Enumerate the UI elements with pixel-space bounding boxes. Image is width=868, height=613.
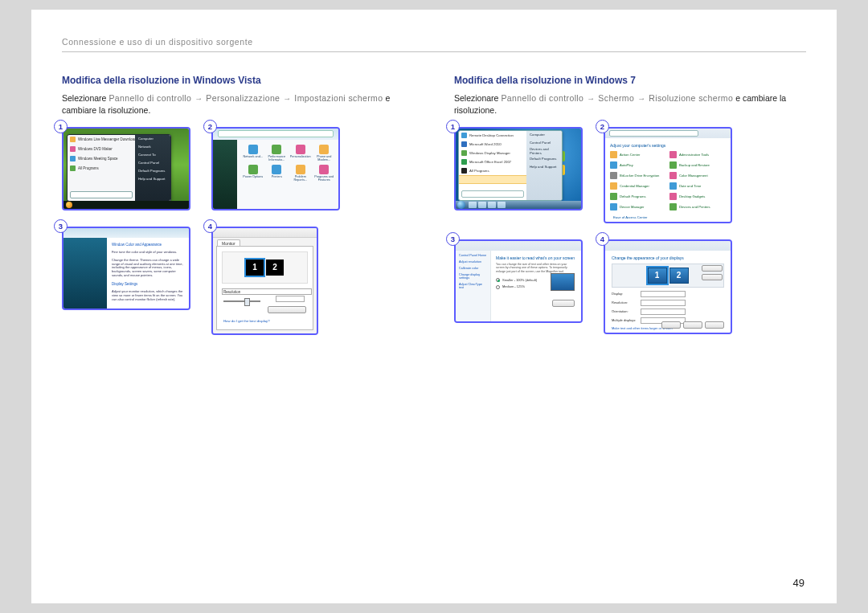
monitor-2[interactable]: 2 bbox=[669, 268, 689, 284]
combobox[interactable] bbox=[641, 291, 686, 297]
screenshot-image: Adjust your computer's settings Action C… bbox=[604, 127, 732, 223]
combobox[interactable] bbox=[641, 300, 686, 306]
setting-row: Resolution: bbox=[612, 300, 724, 306]
start-search-input[interactable] bbox=[461, 190, 524, 198]
screenshot-win7-1: 1 ComputerControl PanelDevices and Print… bbox=[454, 127, 583, 223]
taskbar-pin[interactable] bbox=[497, 202, 506, 208]
cp-item[interactable]: Personalization bbox=[289, 145, 312, 161]
sidebar-link[interactable]: Control Panel Home bbox=[459, 254, 487, 257]
step-badge: 3 bbox=[54, 219, 68, 233]
cp-item[interactable]: Programs and Features bbox=[313, 165, 336, 182]
cp-item[interactable]: Credential Manager bbox=[610, 182, 666, 190]
resolution-slider[interactable] bbox=[223, 300, 260, 302]
sidebar bbox=[213, 140, 237, 209]
screenshot-vista-1: 1 ComputerNetworkConnect ToControl Panel… bbox=[62, 127, 190, 210]
cp-item[interactable]: Default Programs bbox=[610, 193, 666, 200]
start-right-item[interactable]: Control Panel bbox=[526, 139, 562, 147]
cancel-button[interactable] bbox=[683, 321, 702, 329]
highlighted-item[interactable] bbox=[459, 175, 526, 184]
preview-thumbnail bbox=[551, 273, 575, 291]
start-right-item[interactable]: Computer bbox=[526, 131, 562, 139]
start-right-item[interactable]: Computer bbox=[135, 135, 170, 143]
cp-item[interactable]: Backup and Restore bbox=[669, 161, 726, 169]
help-link[interactable]: How do I get the best display? bbox=[223, 319, 270, 323]
monitor-preview: 1 2 bbox=[222, 251, 308, 284]
address-bar[interactable] bbox=[218, 130, 334, 137]
start-menu-right: ComputerControl PanelDevices and Printer… bbox=[526, 131, 562, 200]
cp-item[interactable]: Color Management bbox=[669, 172, 726, 179]
apply-button[interactable] bbox=[552, 300, 575, 307]
cp-item[interactable]: BitLocker Drive Encryption bbox=[610, 172, 666, 179]
apply-button[interactable] bbox=[705, 321, 724, 329]
screenshot-vista-4: 4 Monitor 1 2 Resolution bbox=[211, 227, 318, 335]
arrow-icon: → bbox=[637, 93, 645, 105]
ok-button[interactable] bbox=[661, 321, 681, 329]
screenshot-vista-2: 2 Network and...Performance Informatio..… bbox=[211, 127, 340, 210]
cp-item[interactable]: Device Manager bbox=[610, 203, 666, 210]
screenshot-row-2: 3 Window Color and Appearance Fine tune … bbox=[62, 227, 414, 335]
screenshot-win7-4: 4 Change the appearance of your displays… bbox=[604, 239, 732, 334]
link-window-color[interactable]: Window Color and Appearance bbox=[112, 243, 184, 247]
detect-button[interactable] bbox=[702, 265, 723, 272]
screenshot-win7-3: 3 Control Panel HomeAdjust resolutionCal… bbox=[454, 239, 583, 334]
start-orb-icon[interactable] bbox=[457, 201, 465, 209]
cp-item[interactable]: Power Options bbox=[242, 165, 264, 182]
start-right-item[interactable]: Devices and Printers bbox=[526, 147, 562, 155]
dialog-buttons bbox=[661, 321, 724, 329]
cp-item[interactable]: Performance Informatio... bbox=[266, 145, 289, 161]
start-search-input[interactable] bbox=[70, 191, 133, 198]
monitor-1[interactable]: 1 bbox=[648, 268, 667, 284]
step-badge: 1 bbox=[54, 120, 68, 133]
taskbar-pin[interactable] bbox=[488, 202, 496, 208]
sidebar-link[interactable]: Calibrate color bbox=[459, 267, 487, 270]
cp-item[interactable]: Network and... bbox=[242, 145, 264, 161]
personalization-pane: Window Color and Appearance Fine tune th… bbox=[107, 238, 189, 309]
taskbar-pin[interactable] bbox=[469, 202, 477, 208]
start-right-item[interactable]: Control Panel bbox=[135, 159, 170, 167]
taskbar bbox=[63, 201, 189, 209]
cp-item[interactable]: Ease of Access Center bbox=[613, 215, 647, 219]
control-panel-grid: Action CenterAdministrative ToolsAutoPla… bbox=[610, 151, 726, 210]
setting-row: Display: bbox=[612, 291, 724, 297]
combobox[interactable] bbox=[641, 309, 686, 315]
instruction-win7: Selezionare Pannello di controllo→Scherm… bbox=[454, 92, 806, 117]
heading-vista: Modifica della risoluzione in Windows Vi… bbox=[62, 75, 414, 86]
identify-button[interactable] bbox=[702, 274, 723, 280]
screenshot-image: Control Panel HomeAdjust resolutionCalib… bbox=[454, 239, 583, 323]
screenshot-row-1: 1 ComputerControl PanelDevices and Print… bbox=[454, 127, 806, 223]
cp-item[interactable]: Administrative Tools bbox=[669, 151, 726, 158]
sidebar-link[interactable]: Adjust resolution bbox=[459, 260, 487, 264]
pane-heading: Make it easier to read what's on your sc… bbox=[496, 255, 576, 260]
step-badge: 4 bbox=[203, 219, 217, 233]
cp-item[interactable]: Phone and Modem... bbox=[313, 145, 336, 161]
start-right-item[interactable]: Default Programs bbox=[135, 167, 170, 175]
start-right-item[interactable]: Help and Support bbox=[135, 175, 170, 183]
cp-item[interactable]: Printers bbox=[266, 165, 289, 182]
cp-item[interactable]: AutoPlay bbox=[610, 161, 666, 169]
sidebar-link[interactable]: Change display settings bbox=[459, 273, 487, 280]
screenshot-image: Window Color and Appearance Fine tune th… bbox=[62, 227, 190, 310]
cp-item[interactable]: Problem Reports... bbox=[289, 165, 312, 182]
monitor-1[interactable]: 1 bbox=[246, 260, 264, 276]
monitor-2[interactable]: 2 bbox=[266, 260, 284, 276]
screenshot-image: Network and...Performance Informatio...P… bbox=[211, 127, 340, 210]
step-badge: 2 bbox=[596, 120, 609, 133]
arrow-icon: → bbox=[194, 93, 203, 105]
link-help[interactable]: What display settings should I choose? bbox=[612, 332, 724, 334]
start-right-item[interactable]: Default Programs bbox=[526, 155, 562, 163]
advanced-settings-button[interactable] bbox=[268, 306, 306, 313]
start-right-item[interactable]: Network bbox=[135, 143, 170, 151]
start-right-item[interactable]: Connect To bbox=[135, 151, 170, 159]
cp-item[interactable]: Date and Time bbox=[669, 182, 726, 190]
cp-item[interactable]: Devices and Printers bbox=[669, 203, 726, 210]
sidebar-link[interactable]: Adjust ClearType text bbox=[459, 283, 487, 289]
cp-item[interactable]: Desktop Gadgets bbox=[669, 193, 726, 200]
cp-item[interactable]: Action Center bbox=[610, 151, 666, 158]
taskbar-pin[interactable] bbox=[478, 202, 486, 208]
arrow-icon: → bbox=[587, 93, 595, 105]
address-bar[interactable] bbox=[609, 130, 698, 137]
step-badge: 2 bbox=[203, 120, 217, 133]
colors-select[interactable] bbox=[276, 296, 305, 302]
start-right-item[interactable]: Help and Support bbox=[526, 163, 562, 171]
link-display-settings[interactable]: Display Settings bbox=[112, 282, 184, 286]
